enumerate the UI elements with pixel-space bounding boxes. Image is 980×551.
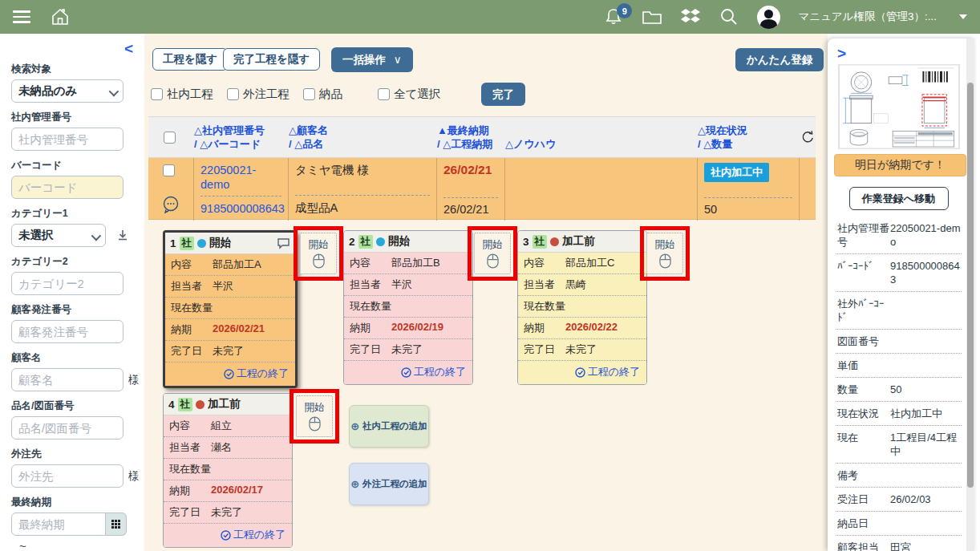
card-comment-bubble-icon[interactable]: [277, 237, 290, 249]
bulk-action-dropdown[interactable]: 一括操作 ∨: [331, 47, 413, 72]
card-content: 部品加工C: [565, 256, 614, 270]
barcode-input[interactable]: [11, 176, 124, 199]
sidebar-collapse-icon[interactable]: <: [124, 40, 133, 58]
status-dot-icon: [196, 400, 205, 409]
download-arrow-icon[interactable]: [117, 229, 128, 241]
barcode-link[interactable]: 9185000008643: [200, 202, 285, 215]
header-management-no[interactable]: △社内管理番号/ △バーコード: [194, 117, 289, 157]
calendar-picker-icon[interactable]: [106, 513, 127, 536]
product-drawing-input[interactable]: [11, 416, 124, 440]
row-select-checkbox[interactable]: [163, 164, 175, 176]
detail-row: 納品日: [836, 512, 962, 536]
plus-circle-icon: ⊕: [350, 478, 359, 490]
due-tomorrow-banner: 明日が納期です！: [834, 154, 966, 176]
date-range-separator: ~: [19, 539, 133, 551]
card-content: 組立: [211, 419, 232, 433]
add-internal-process-button[interactable]: ⊕ 社内工程の追加: [349, 405, 429, 448]
card-due: 2026/02/21: [213, 322, 265, 337]
panel-expand-icon[interactable]: >: [837, 45, 846, 63]
add-external-process-button[interactable]: ⊕ 外注工程の追加: [349, 463, 429, 505]
easy-register-button[interactable]: かんたん登録: [735, 48, 824, 71]
process-card-1[interactable]: 1 社 開始 内容部品加工A 担当者半沢 現在数量 納期2026/02/21 完…: [163, 230, 298, 388]
end-process-link[interactable]: 工程の終了: [165, 363, 295, 386]
row-process-due: 26/02/21: [443, 197, 498, 216]
notifications-bell-icon[interactable]: 9: [603, 6, 624, 27]
header-customer[interactable]: △顧客名/ △品名: [289, 117, 437, 157]
customer-name-label: 顧客名: [11, 351, 133, 365]
header-final-due[interactable]: ▲最終納期/ △工程納期: [437, 117, 505, 157]
card-completed: 未完了: [565, 342, 597, 357]
row-final-due: 26/02/21: [443, 163, 498, 181]
subcontractor-input[interactable]: [11, 464, 124, 488]
header-status[interactable]: △現在状況/ △数量: [698, 117, 800, 157]
panel-scrollbar-thumb[interactable]: [967, 83, 974, 488]
drawing-thumbnail[interactable]: [838, 64, 960, 149]
start-drop-button-1[interactable]: 開始: [300, 233, 337, 274]
select-all-checkbox[interactable]: [378, 88, 390, 100]
start-drop-button-4[interactable]: 開始: [296, 395, 333, 437]
card-person: 半沢: [213, 279, 233, 294]
user-avatar[interactable]: [757, 6, 780, 29]
process-type-badge: 社: [358, 235, 374, 249]
notification-count-badge: 9: [617, 3, 632, 18]
process-card-4[interactable]: 4 社 加工前 内容組立 担当者瀬名 現在数量 納期2026/02/17 完了日…: [163, 393, 293, 548]
app-window: 9 マニュアル権限（管理3）:...: [0, 0, 980, 551]
refresh-icon[interactable]: [800, 117, 816, 157]
management-no-link[interactable]: 22050021-demo: [200, 164, 256, 191]
row-customer: タミヤ電機 様: [295, 163, 430, 182]
comment-bubble-icon[interactable]: [161, 195, 180, 214]
product-drawing-label: 品名/図面番号: [11, 399, 133, 413]
end-process-link[interactable]: 工程の終了: [518, 361, 646, 384]
internal-process-checkbox[interactable]: [151, 88, 163, 100]
menu-icon[interactable]: [11, 6, 32, 27]
header-select-checkbox[interactable]: [164, 132, 176, 144]
delivery-checkbox[interactable]: [303, 88, 315, 100]
category2-label: カテゴリー2: [11, 255, 133, 269]
process-status: 加工前: [208, 397, 241, 411]
final-due-from-input[interactable]: [11, 513, 106, 536]
check-circle-icon: [224, 369, 234, 379]
header-knowhow[interactable]: △ノウハウ: [505, 117, 698, 157]
start-drop-button-2[interactable]: 開始: [474, 233, 511, 274]
panel-scrollbar[interactable]: [966, 38, 974, 551]
folder-icon[interactable]: [642, 6, 662, 27]
check-circle-icon: [575, 367, 585, 378]
end-process-link[interactable]: 工程の終了: [164, 524, 292, 547]
final-due-label: 最終納期: [11, 496, 133, 509]
internal-number-label: 社内管理番号: [11, 111, 133, 124]
internal-number-input[interactable]: [11, 128, 124, 151]
start-drop-button-3[interactable]: 開始: [646, 233, 683, 274]
mouse-icon: [313, 253, 325, 269]
external-process-checkbox[interactable]: [227, 88, 239, 100]
search-target-select[interactable]: 未納品のみ: [11, 79, 124, 103]
detail-row: 図面番号: [836, 330, 962, 354]
row-knowhow-empty: [505, 158, 698, 221]
hide-process-button[interactable]: 工程を隠す: [152, 48, 228, 71]
subcontractor-suffix: 様: [128, 469, 140, 484]
detail-row: 社外ﾊﾞｰｺｰﾄﾞ: [836, 292, 962, 330]
detail-row: 顧客担当田宮: [836, 536, 962, 551]
order-table-row[interactable]: 22050021-demo 9185000008643 タミヤ電機 様 成型品A…: [148, 158, 816, 220]
category1-select[interactable]: 未選択: [11, 224, 106, 247]
end-process-link[interactable]: 工程の終了: [344, 361, 472, 384]
customer-order-no-label: 顧客発注番号: [11, 303, 133, 317]
dropbox-icon[interactable]: [680, 6, 701, 27]
process-card-2[interactable]: 2 社 開始 内容部品加工B 担当者半沢 現在数量 納期2026/02/19 完…: [343, 230, 473, 385]
process-card-3[interactable]: 3 社 加工前 内容部品加工C 担当者黒崎 現在数量 納期2026/02/22 …: [517, 230, 647, 385]
internal-process-checkbox-label: 社内工程: [167, 87, 213, 102]
customer-order-no-input[interactable]: [11, 320, 124, 343]
account-menu-caret-icon[interactable]: [959, 14, 967, 19]
process-type-badge: 社: [533, 235, 548, 249]
search-icon[interactable]: [719, 6, 739, 27]
order-detail-list: 社内管理番号22050021-demo ﾊﾞｰｺｰﾄﾞ9185000008643…: [836, 217, 962, 551]
card-completed: 未完了: [391, 342, 423, 357]
goto-work-registration-button[interactable]: 作業登録へ移動: [849, 187, 949, 210]
home-icon[interactable]: [50, 6, 71, 27]
complete-button[interactable]: 完了: [481, 83, 525, 106]
customer-name-input[interactable]: [11, 368, 124, 391]
process-number: 1: [170, 237, 176, 249]
category2-input[interactable]: [11, 272, 124, 295]
hide-completed-process-button[interactable]: 完了工程を隠す: [223, 48, 320, 71]
process-number: 4: [168, 399, 175, 411]
detail-row: 現在状況社内加工中: [836, 402, 962, 426]
